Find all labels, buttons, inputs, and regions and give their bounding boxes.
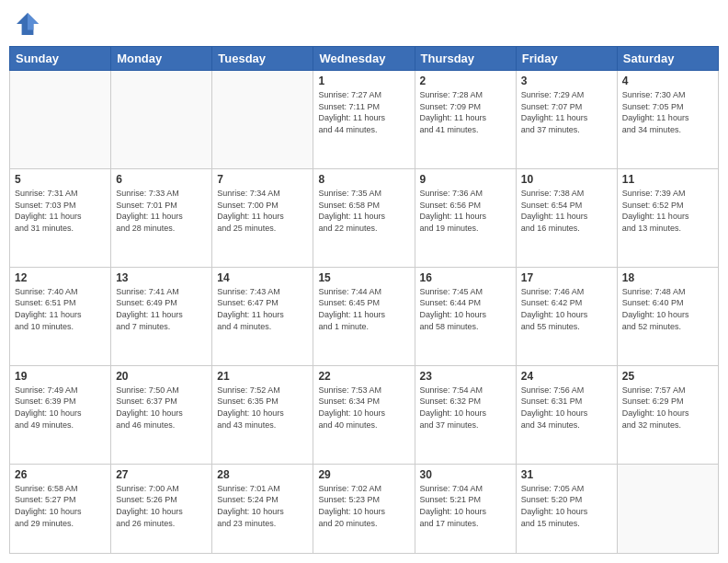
calendar-day-header: Thursday [415, 47, 516, 71]
calendar-day-cell: 10Sunrise: 7:38 AM Sunset: 6:54 PM Dayli… [516, 168, 617, 267]
calendar-day-cell: 14Sunrise: 7:43 AM Sunset: 6:47 PM Dayli… [212, 267, 313, 365]
day-info: Sunrise: 7:35 AM Sunset: 6:58 PM Dayligh… [318, 188, 409, 234]
day-number: 24 [521, 370, 612, 383]
calendar-day-cell: 3Sunrise: 7:29 AM Sunset: 7:07 PM Daylig… [516, 71, 617, 169]
calendar-day-cell: 25Sunrise: 7:57 AM Sunset: 6:29 PM Dayli… [617, 365, 718, 464]
calendar-day-cell: 8Sunrise: 7:35 AM Sunset: 6:58 PM Daylig… [313, 168, 415, 267]
calendar-day-cell: 17Sunrise: 7:46 AM Sunset: 6:42 PM Dayli… [516, 267, 617, 365]
day-info: Sunrise: 7:40 AM Sunset: 6:51 PM Dayligh… [15, 286, 106, 332]
calendar-day-cell: 21Sunrise: 7:52 AM Sunset: 6:35 PM Dayli… [212, 365, 313, 464]
calendar-day-cell: 9Sunrise: 7:36 AM Sunset: 6:56 PM Daylig… [415, 168, 516, 267]
day-info: Sunrise: 7:28 AM Sunset: 7:09 PM Dayligh… [420, 89, 511, 135]
day-info: Sunrise: 7:54 AM Sunset: 6:32 PM Dayligh… [420, 385, 511, 431]
calendar-day-cell [111, 71, 212, 169]
calendar-day-cell: 13Sunrise: 7:41 AM Sunset: 6:49 PM Dayli… [111, 267, 212, 365]
day-info: Sunrise: 7:33 AM Sunset: 7:01 PM Dayligh… [116, 188, 207, 234]
day-info: Sunrise: 7:34 AM Sunset: 7:00 PM Dayligh… [217, 188, 308, 234]
calendar-day-cell: 1Sunrise: 7:27 AM Sunset: 7:11 PM Daylig… [313, 71, 415, 169]
day-info: Sunrise: 7:02 AM Sunset: 5:23 PM Dayligh… [318, 483, 409, 529]
day-info: Sunrise: 7:01 AM Sunset: 5:24 PM Dayligh… [217, 483, 308, 529]
day-info: Sunrise: 7:46 AM Sunset: 6:42 PM Dayligh… [521, 286, 612, 332]
day-number: 27 [116, 468, 207, 481]
day-number: 9 [420, 173, 511, 186]
page-container: SundayMondayTuesdayWednesdayThursdayFrid… [0, 0, 728, 563]
calendar-week-row: 12Sunrise: 7:40 AM Sunset: 6:51 PM Dayli… [10, 267, 719, 365]
calendar-header-row: SundayMondayTuesdayWednesdayThursdayFrid… [10, 47, 719, 71]
calendar-day-cell: 28Sunrise: 7:01 AM Sunset: 5:24 PM Dayli… [212, 464, 313, 553]
calendar-week-row: 19Sunrise: 7:49 AM Sunset: 6:39 PM Dayli… [10, 365, 719, 464]
header [9, 9, 719, 39]
day-info: Sunrise: 7:04 AM Sunset: 5:21 PM Dayligh… [420, 483, 511, 529]
day-number: 21 [217, 370, 308, 383]
day-info: Sunrise: 7:05 AM Sunset: 5:20 PM Dayligh… [521, 483, 612, 529]
calendar-day-cell: 2Sunrise: 7:28 AM Sunset: 7:09 PM Daylig… [415, 71, 516, 169]
calendar-day-cell: 5Sunrise: 7:31 AM Sunset: 7:03 PM Daylig… [10, 168, 111, 267]
day-number: 12 [15, 271, 106, 284]
day-info: Sunrise: 7:48 AM Sunset: 6:40 PM Dayligh… [622, 286, 713, 332]
day-info: Sunrise: 7:41 AM Sunset: 6:49 PM Dayligh… [116, 286, 207, 332]
day-number: 11 [622, 173, 713, 186]
day-info: Sunrise: 7:31 AM Sunset: 7:03 PM Dayligh… [15, 188, 106, 234]
day-number: 16 [420, 271, 511, 284]
day-info: Sunrise: 6:58 AM Sunset: 5:27 PM Dayligh… [15, 483, 106, 529]
day-info: Sunrise: 7:53 AM Sunset: 6:34 PM Dayligh… [318, 385, 409, 431]
day-number: 3 [521, 75, 612, 87]
day-info: Sunrise: 7:43 AM Sunset: 6:47 PM Dayligh… [217, 286, 308, 332]
day-number: 18 [622, 271, 713, 284]
day-number: 7 [217, 173, 308, 186]
svg-marker-1 [28, 13, 39, 29]
logo-icon [13, 9, 42, 39]
day-info: Sunrise: 7:45 AM Sunset: 6:44 PM Dayligh… [420, 286, 511, 332]
day-info: Sunrise: 7:36 AM Sunset: 6:56 PM Dayligh… [420, 188, 511, 234]
calendar-day-header: Tuesday [212, 47, 313, 71]
day-number: 4 [622, 75, 713, 87]
day-info: Sunrise: 7:00 AM Sunset: 5:26 PM Dayligh… [116, 483, 207, 529]
day-number: 14 [217, 271, 308, 284]
day-info: Sunrise: 7:29 AM Sunset: 7:07 PM Dayligh… [521, 89, 612, 135]
day-info: Sunrise: 7:56 AM Sunset: 6:31 PM Dayligh… [521, 385, 612, 431]
calendar-day-cell: 26Sunrise: 6:58 AM Sunset: 5:27 PM Dayli… [10, 464, 111, 553]
calendar-day-cell: 30Sunrise: 7:04 AM Sunset: 5:21 PM Dayli… [415, 464, 516, 553]
day-number: 26 [15, 468, 106, 481]
day-info: Sunrise: 7:52 AM Sunset: 6:35 PM Dayligh… [217, 385, 308, 431]
calendar-day-cell: 11Sunrise: 7:39 AM Sunset: 6:52 PM Dayli… [617, 168, 718, 267]
calendar-day-cell: 29Sunrise: 7:02 AM Sunset: 5:23 PM Dayli… [313, 464, 415, 553]
day-info: Sunrise: 7:50 AM Sunset: 6:37 PM Dayligh… [116, 385, 207, 431]
day-number: 20 [116, 370, 207, 383]
day-number: 28 [217, 468, 308, 481]
day-number: 5 [15, 173, 106, 186]
calendar-day-header: Sunday [10, 47, 111, 71]
calendar-day-cell: 20Sunrise: 7:50 AM Sunset: 6:37 PM Dayli… [111, 365, 212, 464]
calendar-week-row: 26Sunrise: 6:58 AM Sunset: 5:27 PM Dayli… [10, 464, 719, 553]
day-info: Sunrise: 7:27 AM Sunset: 7:11 PM Dayligh… [318, 89, 409, 135]
calendar-day-cell: 31Sunrise: 7:05 AM Sunset: 5:20 PM Dayli… [516, 464, 617, 553]
day-info: Sunrise: 7:49 AM Sunset: 6:39 PM Dayligh… [15, 385, 106, 431]
calendar-week-row: 1Sunrise: 7:27 AM Sunset: 7:11 PM Daylig… [10, 71, 719, 169]
day-number: 22 [318, 370, 409, 383]
calendar-day-cell [212, 71, 313, 169]
calendar-day-header: Monday [111, 47, 212, 71]
calendar-day-cell [10, 71, 111, 169]
day-number: 31 [521, 468, 612, 481]
calendar-day-cell: 23Sunrise: 7:54 AM Sunset: 6:32 PM Dayli… [415, 365, 516, 464]
day-number: 2 [420, 75, 511, 87]
day-number: 13 [116, 271, 207, 284]
day-number: 19 [15, 370, 106, 383]
day-info: Sunrise: 7:57 AM Sunset: 6:29 PM Dayligh… [622, 385, 713, 431]
day-number: 17 [521, 271, 612, 284]
calendar-day-cell: 22Sunrise: 7:53 AM Sunset: 6:34 PM Dayli… [313, 365, 415, 464]
calendar-day-cell: 12Sunrise: 7:40 AM Sunset: 6:51 PM Dayli… [10, 267, 111, 365]
day-info: Sunrise: 7:39 AM Sunset: 6:52 PM Dayligh… [622, 188, 713, 234]
calendar-day-cell: 18Sunrise: 7:48 AM Sunset: 6:40 PM Dayli… [617, 267, 718, 365]
logo [13, 9, 46, 39]
day-number: 30 [420, 468, 511, 481]
calendar-table: SundayMondayTuesdayWednesdayThursdayFrid… [9, 46, 719, 554]
day-number: 15 [318, 271, 409, 284]
calendar-day-header: Wednesday [313, 47, 415, 71]
day-number: 10 [521, 173, 612, 186]
calendar-day-cell: 24Sunrise: 7:56 AM Sunset: 6:31 PM Dayli… [516, 365, 617, 464]
calendar-day-cell: 6Sunrise: 7:33 AM Sunset: 7:01 PM Daylig… [111, 168, 212, 267]
day-info: Sunrise: 7:38 AM Sunset: 6:54 PM Dayligh… [521, 188, 612, 234]
calendar-day-cell: 27Sunrise: 7:00 AM Sunset: 5:26 PM Dayli… [111, 464, 212, 553]
calendar-day-cell: 19Sunrise: 7:49 AM Sunset: 6:39 PM Dayli… [10, 365, 111, 464]
